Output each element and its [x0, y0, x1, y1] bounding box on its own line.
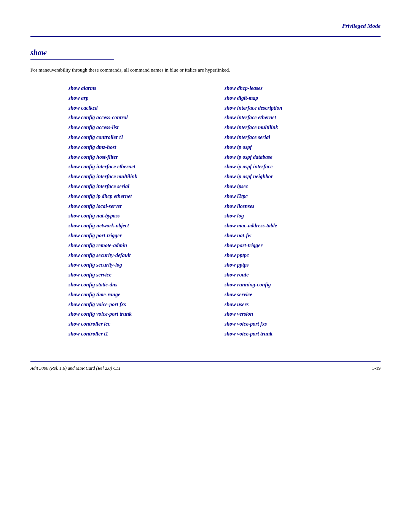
- list-item[interactable]: show config network-object: [68, 221, 225, 230]
- footer-row: Adit 3000 (Rel. 1.6) and MSR Card (Rel 2…: [30, 366, 381, 371]
- list-item[interactable]: show config controller t1: [68, 133, 225, 142]
- list-item[interactable]: show ip ospf interface: [225, 162, 381, 171]
- list-item[interactable]: show version: [225, 310, 381, 319]
- list-item[interactable]: show nat-fw: [225, 231, 381, 240]
- header-title: Privileged Mode: [30, 23, 381, 29]
- list-item[interactable]: show pptpc: [225, 251, 381, 260]
- commands-right-col: show dhcp-leasesshow digit-mapshow inter…: [225, 84, 381, 339]
- section-underline: [30, 59, 114, 60]
- list-item[interactable]: show config interface multilink: [68, 172, 225, 181]
- list-item[interactable]: show controller t1: [68, 329, 225, 339]
- list-item[interactable]: show ip ospf: [225, 143, 381, 152]
- list-item[interactable]: show config voice-port fxs: [68, 300, 225, 309]
- list-item[interactable]: show digit-map: [225, 94, 381, 103]
- list-item[interactable]: show users: [225, 300, 381, 309]
- list-item[interactable]: show controller lcc: [68, 320, 225, 329]
- list-item[interactable]: show mac-address-table: [225, 221, 381, 230]
- list-item[interactable]: show pptps: [225, 260, 381, 270]
- list-item[interactable]: show interface multilink: [225, 123, 381, 132]
- list-item[interactable]: show ip ospf database: [225, 153, 381, 162]
- top-rule: [30, 36, 381, 37]
- footer-rule: [30, 361, 381, 362]
- list-item[interactable]: show arp: [68, 94, 225, 103]
- list-item[interactable]: show log: [225, 211, 381, 220]
- list-item[interactable]: show voice-port trunk: [225, 329, 381, 339]
- list-item[interactable]: show config local-server: [68, 202, 225, 211]
- list-item[interactable]: show config time-range: [68, 290, 225, 299]
- list-item[interactable]: show config voice-port trunk: [68, 310, 225, 319]
- intro-text: For maneuverability through these comman…: [30, 67, 381, 73]
- footer-left: Adit 3000 (Rel. 1.6) and MSR Card (Rel 2…: [30, 366, 120, 371]
- list-item[interactable]: show config static-dns: [68, 280, 225, 289]
- list-item[interactable]: show service: [225, 290, 381, 299]
- list-item[interactable]: show ip ospf neighbor: [225, 172, 381, 181]
- list-item[interactable]: show config dmz-host: [68, 143, 225, 152]
- footer-right: 3-19: [372, 366, 381, 371]
- list-item[interactable]: show ipsec: [225, 182, 381, 191]
- list-item[interactable]: show licenses: [225, 202, 381, 211]
- list-item[interactable]: show config access-control: [68, 113, 225, 122]
- list-item[interactable]: show config interface ethernet: [68, 162, 225, 171]
- list-item[interactable]: show config ip dhcp ethernet: [68, 192, 225, 201]
- list-item[interactable]: show config service: [68, 270, 225, 280]
- list-item[interactable]: show config security-default: [68, 251, 225, 260]
- list-item[interactable]: show interface description: [225, 104, 381, 113]
- list-item[interactable]: show config interface serial: [68, 182, 225, 191]
- list-item[interactable]: show alarms: [68, 84, 225, 93]
- commands-container: show alarmsshow arpshow caclkcdshow conf…: [30, 84, 381, 339]
- list-item[interactable]: show port-trigger: [225, 241, 381, 250]
- list-item[interactable]: show dhcp-leases: [225, 84, 381, 93]
- list-item[interactable]: show config security-log: [68, 260, 225, 270]
- list-item[interactable]: show config access-list: [68, 123, 225, 132]
- list-item[interactable]: show config port-trigger: [68, 231, 225, 240]
- list-item[interactable]: show running-config: [225, 280, 381, 289]
- list-item[interactable]: show config nat-bypass: [68, 211, 225, 220]
- section-title: show: [30, 48, 381, 57]
- list-item[interactable]: show config remote-admin: [68, 241, 225, 250]
- list-item[interactable]: show interface ethernet: [225, 113, 381, 122]
- list-item[interactable]: show config host-filter: [68, 153, 225, 162]
- list-item[interactable]: show l2tpc: [225, 192, 381, 201]
- list-item[interactable]: show caclkcd: [68, 104, 225, 113]
- list-item[interactable]: show interface serial: [225, 133, 381, 142]
- list-item[interactable]: show route: [225, 270, 381, 280]
- commands-left-col: show alarmsshow arpshow caclkcdshow conf…: [68, 84, 225, 339]
- list-item[interactable]: show voice-port fxs: [225, 320, 381, 329]
- page-container: Privileged Mode show For maneuverability…: [0, 0, 411, 532]
